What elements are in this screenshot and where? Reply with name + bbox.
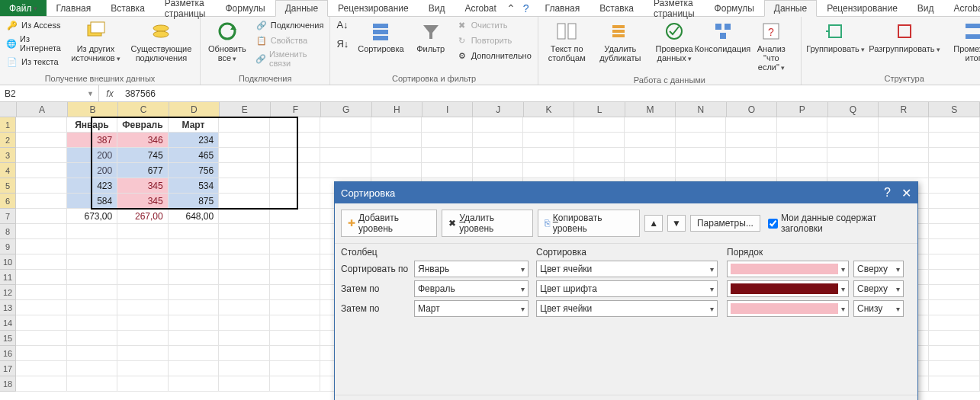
cell-C9[interactable]: [117, 239, 169, 254]
cell-D7[interactable]: [169, 209, 220, 224]
cell-O4[interactable]: [726, 163, 777, 178]
cell-S15[interactable]: [929, 331, 980, 346]
column-select[interactable]: Март▾: [414, 300, 529, 317]
cell-A15[interactable]: [16, 331, 67, 346]
cell-S12[interactable]: [929, 285, 980, 300]
sort-az-button[interactable]: А↓: [335, 18, 350, 31]
text-to-columns-button[interactable]: Текст по столбцам: [543, 18, 591, 64]
row-header-10[interactable]: 10: [0, 254, 16, 270]
color-select[interactable]: ▾: [727, 280, 849, 297]
tab-главная[interactable]: Главная: [535, 0, 590, 16]
cell-A9[interactable]: [16, 239, 67, 254]
cell-F9[interactable]: [270, 239, 321, 254]
cell-A4[interactable]: [16, 163, 67, 178]
cell-J3[interactable]: [473, 148, 524, 163]
cell-H2[interactable]: [371, 133, 423, 148]
cell-B9[interactable]: [67, 239, 118, 254]
cell-C6[interactable]: 345 267,00: [117, 194, 169, 209]
tab-1[interactable]: Вставка: [101, 0, 155, 16]
cell-C10[interactable]: [117, 254, 169, 270]
cell-G4[interactable]: [320, 163, 371, 178]
cell-A17[interactable]: [16, 361, 67, 376]
cell-S14[interactable]: [929, 315, 980, 331]
tab-2[interactable]: Разметка страницы: [155, 0, 216, 16]
col-header-E[interactable]: E: [220, 102, 270, 117]
position-select[interactable]: Сверху▾: [853, 261, 904, 277]
cell-F3[interactable]: [270, 148, 321, 163]
cell-D8[interactable]: [169, 224, 220, 239]
filter-button[interactable]: Фильтр: [412, 18, 450, 55]
cell-I2[interactable]: [422, 133, 473, 148]
subtotal-button[interactable]: Промежут итог: [944, 18, 980, 64]
cell-L1[interactable]: [574, 117, 625, 133]
cell-G3[interactable]: [320, 148, 371, 163]
cell-S5[interactable]: [929, 178, 980, 194]
row-header-11[interactable]: 11: [0, 270, 16, 285]
cell-B15[interactable]: [67, 331, 118, 346]
cell-F10[interactable]: [270, 254, 321, 270]
sort-on-select[interactable]: Цвет ячейки▾: [536, 300, 718, 317]
cell-L4[interactable]: [574, 163, 625, 178]
cell-D14[interactable]: [169, 315, 220, 331]
cell-E4[interactable]: [219, 163, 270, 178]
cell-C17[interactable]: [117, 361, 169, 376]
help-icon[interactable]: ?: [884, 186, 891, 200]
connections-button[interactable]: 🔗Подключения: [254, 18, 326, 32]
row-header-7[interactable]: 7: [0, 209, 16, 224]
dialog-titlebar[interactable]: Сортировка ? ✕: [335, 182, 917, 203]
cell-I3[interactable]: [422, 148, 473, 163]
cell-C2[interactable]: 346 574,00: [117, 133, 169, 148]
cell-G2[interactable]: [320, 133, 371, 148]
cell-C7[interactable]: [117, 209, 169, 224]
cell-C8[interactable]: [117, 224, 169, 239]
cell-S7[interactable]: [929, 209, 980, 224]
cell-R1[interactable]: [879, 117, 930, 133]
cell-P2[interactable]: [777, 133, 828, 148]
file-tab[interactable]: Файл: [0, 0, 47, 16]
tab-0[interactable]: Главная: [47, 0, 101, 16]
cell-D3[interactable]: 465 387,00: [169, 148, 220, 163]
cell-C16[interactable]: [117, 346, 169, 361]
cell-B7[interactable]: [67, 209, 118, 224]
cell-F6[interactable]: [270, 194, 321, 209]
col-header-C[interactable]: C: [118, 102, 169, 117]
cell-S3[interactable]: [929, 148, 980, 163]
cell-Q3[interactable]: [827, 148, 879, 163]
cell-D11[interactable]: [169, 270, 220, 285]
cell-D16[interactable]: [169, 346, 220, 361]
cell-N2[interactable]: [676, 133, 727, 148]
cell-D9[interactable]: [169, 239, 220, 254]
refresh-all-button[interactable]: Обновить все: [205, 18, 249, 65]
cell-H1[interactable]: [371, 117, 423, 133]
cell-E16[interactable]: [219, 346, 270, 361]
cell-E6[interactable]: [219, 194, 270, 209]
col-header-I[interactable]: I: [423, 102, 473, 117]
cell-D5[interactable]: 534 746,00: [169, 178, 220, 194]
cell-E2[interactable]: [219, 133, 270, 148]
group-button[interactable]: Группировать: [806, 18, 865, 56]
cell-J1[interactable]: [473, 117, 524, 133]
formula-input[interactable]: 387566: [120, 88, 160, 99]
cell-E12[interactable]: [219, 285, 270, 300]
column-select[interactable]: Январь▾: [414, 261, 529, 277]
col-header-D[interactable]: D: [169, 102, 220, 117]
cell-K1[interactable]: [523, 117, 574, 133]
cell-E3[interactable]: [219, 148, 270, 163]
select-all-corner[interactable]: [0, 102, 17, 117]
cell-S16[interactable]: [929, 346, 980, 361]
col-header-N[interactable]: N: [676, 102, 726, 117]
cell-O3[interactable]: [726, 148, 777, 163]
cell-R2[interactable]: [879, 133, 930, 148]
tab-разметка страницы[interactable]: Разметка страницы: [644, 0, 705, 16]
col-header-R[interactable]: R: [879, 102, 929, 117]
cell-F11[interactable]: [270, 270, 321, 285]
cell-S8[interactable]: [929, 224, 980, 239]
row-header-14[interactable]: 14: [0, 315, 16, 331]
cell-J4[interactable]: [473, 163, 524, 178]
cell-E5[interactable]: [219, 178, 270, 194]
tab-6[interactable]: Вид: [419, 0, 455, 16]
cell-A2[interactable]: [16, 133, 67, 148]
copy-level-button[interactable]: ⎘Копировать уровень: [538, 210, 640, 237]
row-header-16[interactable]: 16: [0, 346, 16, 361]
row-header-5[interactable]: 5: [0, 178, 16, 194]
